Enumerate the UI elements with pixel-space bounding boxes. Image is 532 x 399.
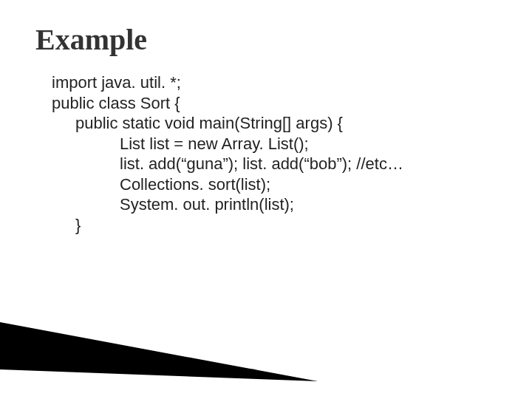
code-line: System. out. println(list); [52, 194, 403, 215]
code-line: import java. util. *; [52, 72, 403, 93]
code-example: import java. util. *; public class Sort … [52, 72, 403, 235]
decorative-wedge-gap [0, 369, 318, 381]
code-line: List list = new Array. List(); [52, 134, 403, 154]
slide: Example import java. util. *; public cla… [0, 0, 532, 399]
code-line: list. add(“guna”); list. add(“bob”); //e… [52, 154, 403, 174]
decorative-wedge-upper [0, 359, 259, 369]
code-line: Collections. sort(list); [52, 174, 403, 195]
page-title: Example [35, 22, 147, 57]
code-line: public class Sort { [52, 93, 403, 114]
code-line: } [52, 215, 403, 236]
code-line: public static void main(String[] args) { [52, 113, 403, 134]
